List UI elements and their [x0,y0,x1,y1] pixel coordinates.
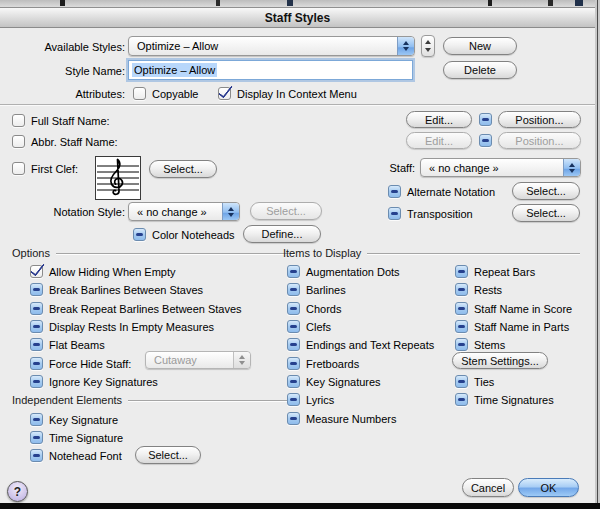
delete-button[interactable]: Delete [443,61,517,79]
select-first-clef-button[interactable]: Select... [149,160,217,178]
display-item-row: Staff Name in Score [455,301,572,316]
background-mark [575,0,583,6]
ties-checkbox[interactable] [455,375,468,388]
fretboards-checkbox[interactable] [287,357,300,370]
abbr-staff-name-row: Abbr. Staff Name: [12,134,118,149]
style-list-stepper[interactable] [421,35,435,57]
available-styles-label: Available Styles: [8,41,125,53]
alternate-notation-checkbox[interactable] [388,185,401,198]
treble-clef-icon [96,157,140,199]
help-icon: ? [14,485,21,499]
time-signatures-checkbox[interactable] [455,393,468,406]
option-row: Flat Beams [30,337,105,352]
measure-numbers-checkbox[interactable] [287,412,300,425]
key-signatures-checkbox[interactable] [287,375,300,388]
flat-beams-checkbox[interactable] [30,338,43,351]
break-repeat-barlines-checkbox[interactable] [30,302,43,315]
repeat-bars-checkbox[interactable] [455,265,468,278]
items-to-display-group-rule [367,253,580,254]
rests-label: Rests [474,284,502,296]
edit-full-staff-name-button[interactable]: Edit... [406,111,472,128]
display-in-context-menu-checkbox[interactable] [218,87,231,100]
cancel-button[interactable]: Cancel [462,478,514,497]
option-row: Display Rests In Empty Measures [30,319,214,334]
clefs-checkbox[interactable] [287,320,300,333]
notehead-font-label: Notehead Font [49,450,122,462]
independent-elements-group-title: Independent Elements [12,394,122,406]
endings-text-repeats-checkbox[interactable] [287,338,300,351]
transposition-row: Transposition [388,206,473,221]
stepper-down-icon [425,48,431,52]
select-notation-style-button[interactable]: Select... [250,202,322,220]
option-row: Ignore Key Signatures [30,374,158,389]
staff-label: Staff: [350,162,415,174]
full-staff-name-link-checkbox[interactable] [479,113,492,126]
fretboards-label: Fretboards [306,358,359,370]
color-noteheads-label: Color Noteheads [152,229,235,241]
augmentation-dots-checkbox[interactable] [287,265,300,278]
define-color-noteheads-button[interactable]: Define... [243,225,321,243]
force-hide-staff-checkbox[interactable] [30,357,43,370]
break-barlines-checkbox[interactable] [30,283,43,296]
select-alternate-notation-button[interactable]: Select... [512,182,580,200]
barlines-checkbox[interactable] [287,283,300,296]
transposition-checkbox[interactable] [388,207,401,220]
time-signature-checkbox[interactable] [30,431,43,444]
display-item-row: Chords [287,301,341,316]
augmentation-dots-label: Augmentation Dots [306,266,400,278]
notation-style-popup[interactable]: « no change » [128,202,240,221]
stems-checkbox[interactable] [455,338,468,351]
time-signatures-label: Time Signatures [474,394,554,406]
help-button[interactable]: ? [7,481,28,502]
allow-hiding-when-empty-label: Allow Hiding When Empty [49,266,176,278]
style-name-input[interactable]: Optimize – Allow [128,60,413,80]
independent-elements-group-rule [128,400,295,401]
repeat-bars-label: Repeat Bars [474,266,535,278]
background-right-sliver [595,0,600,503]
new-button[interactable]: New [443,37,517,55]
notation-style-label: Notation Style: [8,206,125,218]
independent-elements-group-header: Independent Elements [12,394,295,406]
items-to-display-group-title: Items to Display [283,247,361,259]
abbr-staff-name-checkbox[interactable] [12,135,25,148]
background-mark [548,0,553,6]
full-staff-name-checkbox[interactable] [12,114,25,127]
available-styles-popup[interactable]: Optimize – Allow [128,36,415,56]
allow-hiding-when-empty-checkbox[interactable] [30,265,43,278]
position-abbr-staff-name-button[interactable]: Position... [498,132,581,149]
select-notehead-font-button[interactable]: Select... [135,446,201,464]
staff-popup[interactable]: « no change » [420,158,581,177]
edit-abbr-staff-name-button[interactable]: Edit... [406,132,472,149]
first-clef-checkbox[interactable] [12,162,25,175]
color-noteheads-checkbox[interactable] [133,228,146,241]
first-clef-row: First Clef: [12,161,78,176]
notehead-font-checkbox[interactable] [30,449,43,462]
abbr-staff-name-link-checkbox[interactable] [479,134,492,147]
display-rests-checkbox[interactable] [30,320,43,333]
time-signature-label: Time Signature [49,432,123,444]
copyable-checkbox[interactable] [133,87,146,100]
transposition-label: Transposition [407,208,473,220]
force-hide-staff-popup[interactable]: Cutaway [145,351,251,369]
rests-checkbox[interactable] [455,283,468,296]
chords-checkbox[interactable] [287,302,300,315]
ok-button[interactable]: OK [518,478,579,497]
style-name-label: Style Name: [8,65,125,77]
key-signatures-label: Key Signatures [306,376,381,388]
ignore-key-signatures-checkbox[interactable] [30,375,43,388]
key-signature-checkbox[interactable] [30,413,43,426]
treble-clef-preview [95,156,141,200]
first-clef-label: First Clef: [31,163,78,175]
copyable-row: Copyable [133,86,198,101]
title-bar[interactable]: Staff Styles [0,7,595,28]
option-row: Break Barlines Between Staves [30,282,203,297]
staff-name-in-score-checkbox[interactable] [455,302,468,315]
display-in-context-menu-row: Display In Context Menu [218,86,357,101]
position-full-staff-name-button[interactable]: Position... [498,111,581,128]
display-item-row: Stems [455,337,505,352]
select-transposition-button[interactable]: Select... [512,204,580,222]
stem-settings-button[interactable]: Stem Settings... [452,352,548,369]
abbr-staff-name-label: Abbr. Staff Name: [31,136,118,148]
staff-name-in-parts-checkbox[interactable] [455,320,468,333]
lyrics-checkbox[interactable] [287,393,300,406]
